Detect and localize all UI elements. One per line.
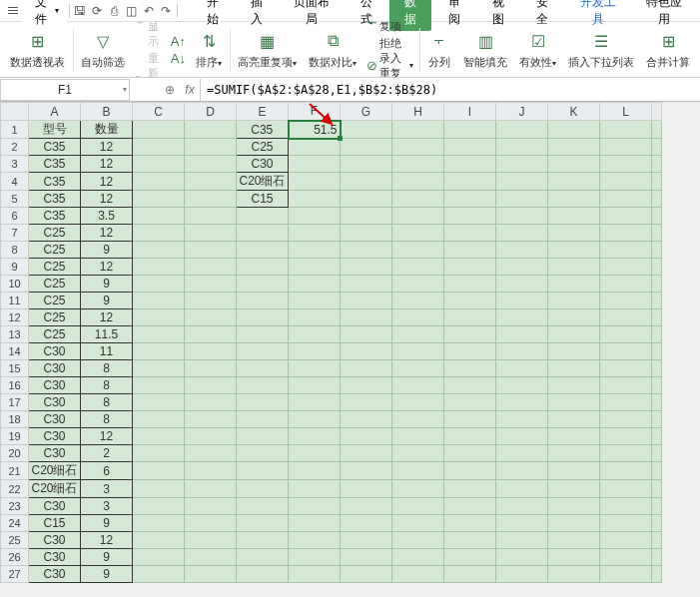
cell[interactable] [444,242,496,259]
cell[interactable] [185,428,237,445]
cell[interactable]: 11 [81,343,133,360]
cell[interactable]: C30 [29,498,81,515]
cell[interactable] [444,293,496,309]
cell[interactable]: 9 [81,276,133,293]
cell[interactable] [133,156,185,173]
cell[interactable] [133,343,185,360]
cell[interactable] [496,225,548,242]
cell[interactable] [185,293,237,309]
cell[interactable] [237,360,289,377]
select-all-corner[interactable] [1,103,29,121]
cell[interactable] [652,276,662,293]
cell[interactable] [600,360,652,377]
tab-view[interactable]: 视图 [477,0,519,31]
cell[interactable] [496,480,548,498]
cell[interactable] [289,566,341,583]
cell[interactable] [341,293,392,309]
autofilter-button[interactable]: ▽ 自动筛选 [75,29,131,70]
row-header[interactable]: 23 [1,498,29,515]
cell[interactable] [237,208,289,225]
cell[interactable] [496,515,548,532]
cell[interactable] [392,208,444,225]
cell[interactable] [652,532,662,549]
cell[interactable] [392,428,444,445]
cell[interactable] [237,377,289,394]
cell[interactable]: C30 [29,549,81,566]
cell[interactable]: 12 [81,173,133,191]
row-header[interactable]: 8 [1,242,29,259]
cell[interactable] [133,445,185,462]
cell[interactable] [496,309,548,326]
cell[interactable] [133,276,185,293]
cell[interactable] [237,242,289,259]
cell[interactable] [289,242,341,259]
cell[interactable] [341,156,392,173]
row-header[interactable]: 11 [1,293,29,309]
cell[interactable] [548,445,600,462]
undo-icon[interactable]: ↶ [140,2,157,20]
cell[interactable] [652,498,662,515]
cell[interactable]: C35 [29,173,81,191]
cell[interactable] [652,445,662,462]
compare-button[interactable]: ⧉ 数据对比▾ [303,29,362,70]
cell[interactable] [392,566,444,583]
cell[interactable] [496,242,548,259]
cell[interactable] [548,411,600,428]
cell[interactable]: C25 [29,309,81,326]
row-header[interactable]: 13 [1,326,29,343]
cell[interactable]: 12 [81,259,133,276]
cell[interactable]: 8 [81,411,133,428]
cell[interactable] [289,156,341,173]
cell[interactable] [289,549,341,566]
preview-icon[interactable]: ◫ [123,2,140,20]
col-header[interactable]: I [444,103,496,121]
col-header[interactable]: G [341,103,392,121]
cell[interactable] [133,462,185,480]
cell[interactable]: 51.5 [289,121,341,139]
cell[interactable] [600,549,652,566]
cell[interactable] [237,480,289,498]
cell[interactable] [444,445,496,462]
cell[interactable] [289,360,341,377]
cell[interactable] [444,394,496,411]
cell[interactable]: 12 [81,191,133,208]
row-header[interactable]: 12 [1,309,29,326]
cell[interactable] [652,394,662,411]
cell[interactable] [444,462,496,480]
cell[interactable] [444,360,496,377]
cell[interactable] [289,428,341,445]
cell[interactable] [652,208,662,225]
row-header[interactable]: 3 [1,156,29,173]
cell[interactable] [548,293,600,309]
row-header[interactable]: 17 [1,394,29,411]
row-header[interactable]: 2 [1,139,29,156]
cell[interactable] [652,566,662,583]
cell[interactable]: C35 [29,156,81,173]
cell[interactable] [185,173,237,191]
cell[interactable] [341,498,392,515]
cell[interactable] [548,428,600,445]
sort-desc-icon[interactable]: A↓ [171,51,186,66]
cell[interactable] [133,121,185,139]
cell[interactable] [444,139,496,156]
cell[interactable] [341,121,392,139]
cell[interactable] [600,532,652,549]
cell[interactable] [600,293,652,309]
cell[interactable] [548,156,600,173]
cell[interactable] [496,445,548,462]
cell[interactable] [185,326,237,343]
row-header[interactable]: 15 [1,360,29,377]
remove-dup-button[interactable]: ⊟删除重复项 [366,22,412,34]
cell[interactable] [652,360,662,377]
cell[interactable] [548,377,600,394]
cell[interactable] [600,445,652,462]
cell[interactable] [652,326,662,343]
cell[interactable] [133,208,185,225]
cell[interactable] [444,208,496,225]
cell[interactable] [392,515,444,532]
cell[interactable] [237,549,289,566]
reapply-button[interactable]: ↻重新应用 [135,51,162,79]
cell[interactable] [185,360,237,377]
cell[interactable] [652,480,662,498]
reject-dup-button[interactable]: ⊘拒绝录入重复项▾ [366,36,412,79]
